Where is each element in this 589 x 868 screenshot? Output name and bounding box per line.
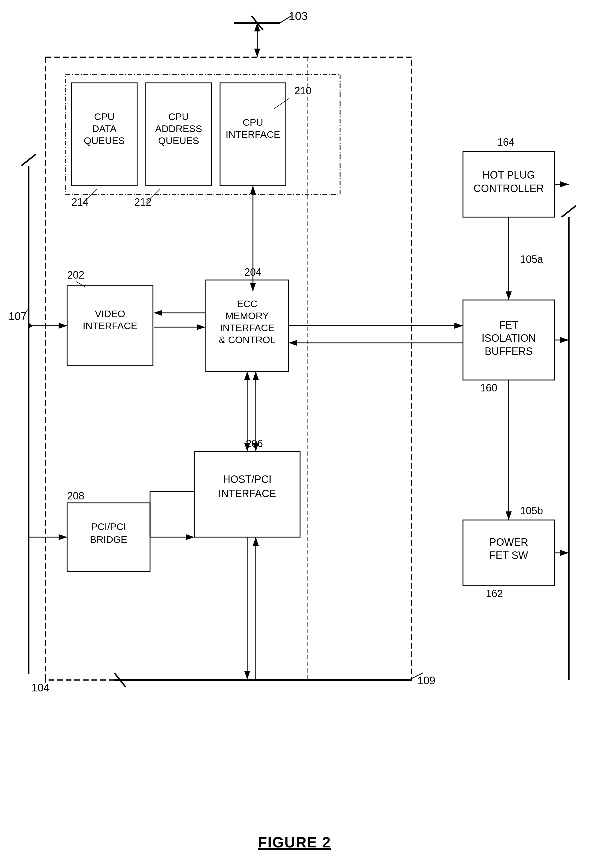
cpu-interface-label: CPU — [243, 117, 263, 128]
ref-164-label: 164 — [497, 136, 514, 148]
ref-104-label: 104 — [31, 682, 49, 694]
ecc-memory-label: ECC — [237, 298, 257, 309]
svg-line-24 — [76, 282, 86, 287]
cpu-address-queues-label: CPU — [168, 111, 189, 122]
svg-line-60 — [562, 206, 576, 217]
ref-204-label: 204 — [244, 266, 261, 278]
svg-text:& CONTROL: & CONTROL — [219, 334, 276, 345]
ref-162-label: 162 — [486, 588, 503, 599]
svg-text:INTERFACE: INTERFACE — [220, 322, 275, 333]
figure-label: FIGURE 2 — [258, 834, 331, 851]
ref-210-label: 210 — [294, 85, 311, 97]
svg-marker-35 — [29, 323, 33, 329]
ref-105a-label: 105a — [520, 254, 543, 265]
hot-plug-label: HOT PLUG — [483, 169, 535, 181]
ref-109-label: 109 — [417, 675, 435, 686]
ref-214-label: 214 — [71, 196, 89, 208]
ref-105b-label: 105b — [520, 505, 543, 517]
svg-line-32 — [21, 154, 36, 166]
svg-text:INTERFACE: INTERFACE — [226, 129, 280, 140]
power-fet-label: POWER — [489, 536, 528, 548]
svg-text:QUEUES: QUEUES — [158, 135, 199, 146]
svg-line-18 — [275, 99, 289, 109]
ref-160-label: 160 — [480, 382, 497, 394]
svg-text:DATA: DATA — [92, 123, 117, 134]
svg-rect-10 — [71, 83, 137, 186]
ref-202-label: 202 — [67, 269, 84, 281]
host-pci-label: HOST/PCI — [223, 474, 272, 485]
ref-206-label: 206 — [246, 438, 263, 449]
svg-line-20 — [146, 189, 160, 203]
svg-text:INTERFACE: INTERFACE — [83, 320, 137, 331]
svg-text:ISOLATION: ISOLATION — [481, 332, 536, 344]
ref-208-label: 208 — [67, 490, 84, 502]
video-interface-label: VIDEO — [95, 308, 125, 319]
svg-text:ADDRESS: ADDRESS — [155, 123, 202, 134]
svg-text:BRIDGE: BRIDGE — [90, 534, 127, 545]
ref-212-label: 212 — [134, 196, 152, 208]
fet-isolation-label: FET — [499, 319, 518, 331]
pci-bridge-label: PCI/PCI — [91, 521, 126, 532]
svg-text:MEMORY: MEMORY — [226, 310, 269, 321]
svg-text:CONTROLLER: CONTROLLER — [474, 183, 544, 194]
svg-text:BUFFERS: BUFFERS — [485, 345, 533, 357]
svg-rect-13 — [146, 83, 211, 186]
svg-text:QUEUES: QUEUES — [84, 135, 125, 146]
diagram-container: 103 CPU DATA QUEUES CPU ADDRESS QUEUES C… — [0, 0, 589, 868]
svg-rect-3 — [46, 57, 412, 680]
svg-text:INTERFACE: INTERFACE — [218, 488, 276, 499]
ref-107-label: 107 — [9, 310, 27, 322]
svg-text:FET SW: FET SW — [489, 549, 528, 561]
svg-line-19 — [83, 189, 97, 203]
cpu-data-queues-label: CPU — [94, 111, 115, 122]
